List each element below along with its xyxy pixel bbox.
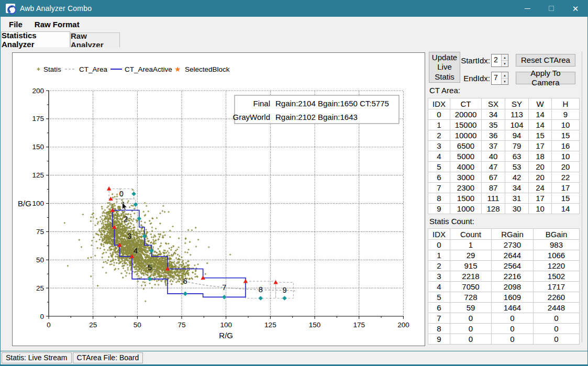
table-row[interactable]: 7000 bbox=[428, 313, 580, 324]
awb-chart-canvas[interactable]: 0255075100125150175200025507510012515017… bbox=[12, 52, 425, 346]
table-row[interactable]: 6300067422022 bbox=[428, 172, 580, 183]
ct-area-table[interactable]: IDXCTSXSYWH02000034113149115000351041410… bbox=[428, 98, 580, 214]
block-index-label: 4 bbox=[134, 247, 138, 255]
block-edge-handle-diamond[interactable] bbox=[131, 192, 136, 196]
table-row[interactable]: 4705020981717 bbox=[428, 282, 580, 292]
minimize-button[interactable] bbox=[515, 0, 539, 17]
awb-chart[interactable]: 0255075100125150175200025507510012515017… bbox=[13, 53, 425, 346]
svg-text:Bgain:1643: Bgain:1643 bbox=[318, 113, 358, 121]
table-cell: 15 bbox=[552, 193, 580, 204]
table-row[interactable]: 21000036941515 bbox=[428, 130, 580, 141]
table-cell: 728 bbox=[450, 292, 492, 303]
close-button[interactable]: ✕ bbox=[563, 0, 587, 17]
table-cell: 915 bbox=[450, 261, 492, 271]
table-cell: 5 bbox=[428, 292, 450, 303]
table-cell: 1500 bbox=[450, 193, 482, 204]
table-row[interactable]: 8000 bbox=[428, 324, 580, 334]
tab-statistics-analyzer[interactable]: Statistics Analyzer bbox=[1, 31, 70, 47]
endidx-up-icon[interactable]: ▲ bbox=[502, 72, 508, 79]
table-row[interactable]: 91000128301014 bbox=[428, 204, 580, 214]
svg-text:★: ★ bbox=[174, 65, 181, 73]
table-cell: 37 bbox=[482, 141, 505, 151]
table-row[interactable]: 4500040631810 bbox=[428, 151, 580, 162]
table-row[interactable]: 7230087342417 bbox=[428, 183, 580, 193]
table-row[interactable]: 3650037791716 bbox=[428, 141, 580, 151]
table-cell: 2448 bbox=[534, 303, 580, 313]
startidx-spinner[interactable]: 2 ▲ ▼ bbox=[491, 54, 508, 67]
menu-file[interactable]: File bbox=[5, 18, 26, 30]
table-cell: 2260 bbox=[534, 292, 580, 303]
chart-legend: StatisCT_AreaCT_AreaActive★SelectedBlock bbox=[37, 65, 230, 73]
table-cell: 2644 bbox=[492, 250, 534, 261]
startidx-value[interactable]: 2 bbox=[492, 54, 501, 66]
table-cell: 31 bbox=[505, 193, 529, 204]
table-cell: 20 bbox=[529, 172, 552, 183]
table-cell: 4000 bbox=[450, 162, 482, 172]
statis-count-table[interactable]: IDXCountRGainBGain0127309831292644106629… bbox=[428, 228, 580, 345]
svg-text:SelectedBlock: SelectedBlock bbox=[185, 65, 230, 73]
table-row[interactable]: 02000034113149 bbox=[428, 109, 580, 120]
block-index-label: 8 bbox=[259, 285, 263, 294]
table-row[interactable]: 291525641220 bbox=[428, 261, 580, 271]
title-bar[interactable]: Awb Analyzer Combo ✕ bbox=[1, 0, 587, 17]
status-bar: Statis: Live Stream CTArea File: Board bbox=[1, 351, 587, 364]
window-title: Awb Analyzer Combo bbox=[20, 4, 92, 13]
startidx-label: StartIdx: bbox=[454, 54, 490, 67]
table-row[interactable]: 5400047532020 bbox=[428, 162, 580, 172]
startidx-up-icon[interactable]: ▲ bbox=[502, 54, 508, 61]
close-icon: ✕ bbox=[572, 5, 579, 13]
table-cell: 8 bbox=[428, 324, 450, 334]
endidx-down-icon[interactable]: ▼ bbox=[502, 79, 508, 84]
table-row[interactable]: 3221822161502 bbox=[428, 271, 580, 282]
table-row[interactable]: 12926441066 bbox=[428, 250, 580, 261]
table-cell: 983 bbox=[534, 240, 580, 250]
menu-bar: File Raw Format bbox=[1, 17, 587, 31]
column-header: SY bbox=[505, 98, 529, 109]
table-row[interactable]: 65914642448 bbox=[428, 303, 580, 313]
svg-text:0: 0 bbox=[40, 313, 44, 320]
status-ctarea-file: CTArea File: Board bbox=[73, 352, 143, 363]
column-header: CT bbox=[450, 98, 482, 109]
ct-area-label: CT Area: bbox=[429, 86, 460, 95]
table-cell: 2218 bbox=[450, 271, 492, 282]
table-cell: 7 bbox=[428, 313, 450, 324]
table-cell: 34 bbox=[482, 109, 505, 120]
table-cell: 0 bbox=[450, 334, 492, 345]
svg-text:CT_AreaActive: CT_AreaActive bbox=[125, 65, 172, 73]
table-cell: 59 bbox=[450, 303, 492, 313]
table-row[interactable]: 572816092260 bbox=[428, 292, 580, 303]
table-cell: 0 bbox=[450, 324, 492, 334]
table-cell: 0 bbox=[492, 313, 534, 324]
table-cell: 1000 bbox=[450, 204, 482, 214]
table-cell: 67 bbox=[482, 172, 505, 183]
svg-text:50: 50 bbox=[134, 321, 141, 329]
table-cell: 1 bbox=[428, 250, 450, 261]
table-cell: 20 bbox=[529, 162, 552, 172]
block-corner-handle-triangle[interactable] bbox=[273, 280, 278, 284]
table-cell: 1609 bbox=[492, 292, 534, 303]
table-row[interactable]: 012730983 bbox=[428, 240, 580, 250]
endidx-value[interactable]: 7 bbox=[492, 72, 501, 84]
table-cell: 34 bbox=[505, 183, 529, 193]
block-corner-handle-triangle[interactable] bbox=[243, 279, 248, 283]
table-cell: 29 bbox=[450, 250, 492, 261]
block-corner-handle-triangle[interactable] bbox=[107, 186, 111, 191]
maximize-button[interactable] bbox=[539, 0, 563, 17]
table-row[interactable]: 9000 bbox=[428, 334, 580, 345]
table-row[interactable]: 115000351041410 bbox=[428, 120, 580, 130]
endidx-spinner[interactable]: 7 ▲ ▼ bbox=[491, 72, 508, 85]
table-row[interactable]: 81500111311715 bbox=[428, 193, 580, 204]
table-cell: 14 bbox=[529, 120, 552, 130]
table-cell: 17 bbox=[529, 193, 552, 204]
table-cell: 4 bbox=[428, 282, 450, 292]
apply-to-camera-button[interactable]: Apply To Camera bbox=[516, 72, 575, 84]
block-edge-handle-diamond[interactable] bbox=[282, 296, 287, 301]
startidx-down-icon[interactable]: ▼ bbox=[502, 61, 508, 66]
svg-text:50: 50 bbox=[36, 256, 44, 264]
block-edge-handle-diamond[interactable] bbox=[183, 292, 187, 296]
block-edge-handle-diamond[interactable] bbox=[258, 296, 263, 301]
menu-raw-format[interactable]: Raw Format bbox=[31, 18, 83, 30]
column-header: H bbox=[552, 98, 580, 109]
tab-raw-analyzer[interactable]: Raw Analyzer bbox=[70, 32, 120, 47]
reset-ctarea-button[interactable]: Reset CTArea bbox=[516, 54, 575, 66]
